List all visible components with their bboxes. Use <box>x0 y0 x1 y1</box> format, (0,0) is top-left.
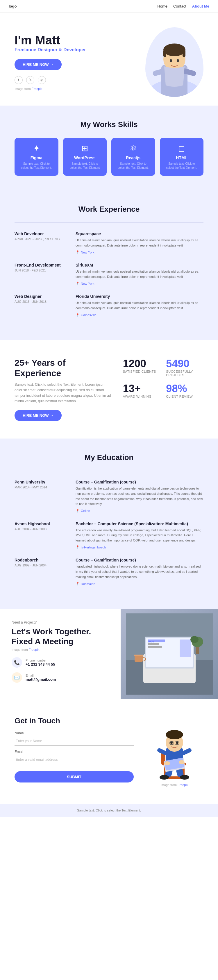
navigation: logo Home Contact About Me <box>0 0 218 13</box>
edu-pin-icon-3: 📍 <box>75 582 80 585</box>
skill-desc-react: Sample text. Click to select the Text El… <box>116 162 151 170</box>
edu-right-3: Course – Gamification (course) I graduat… <box>75 558 204 585</box>
cta-image-credit-link[interactable]: Freepik <box>29 648 40 651</box>
work-company-3: Florida University <box>75 294 204 299</box>
name-input[interactable] <box>14 737 134 746</box>
work-date-3: AUG 2016 - JUN 2018 <box>14 300 67 303</box>
hero-image <box>145 27 204 97</box>
stats-desc: Sample text. Click to select the Text El… <box>14 382 111 404</box>
skill-name-react: Reactjs <box>116 156 151 160</box>
phone-value: +1 232 343 44 55 <box>26 662 55 667</box>
contact-form-section: Get in Touch Name Email SUBMIT <box>0 699 218 804</box>
email-icon: ✉️ <box>14 675 20 680</box>
nav-links: Home Contact About Me <box>157 4 209 8</box>
social-icons: f 𝕏 ◎ <box>14 76 136 84</box>
form-person-illustration <box>148 716 200 781</box>
hero-cta-button[interactable]: HIRE ME NOW → <box>14 59 62 70</box>
nav-link-about[interactable]: About Me <box>192 4 209 8</box>
svg-rect-5 <box>183 50 186 57</box>
email-label: Email <box>26 674 56 677</box>
stat-projects-label: SUCCESSFULLY PROJECTS <box>166 370 204 377</box>
figma-icon: ✦ <box>19 143 54 153</box>
stat-projects: 5490 SUCCESSFULLY PROJECTS <box>166 358 204 377</box>
edu-right-2: Bachelor – Computer Science (Specializat… <box>75 522 204 549</box>
edu-school-3: Rodenborch <box>14 558 67 562</box>
edu-left-3: Rodenborch AUG 1999 - JUN 2004 <box>14 558 67 585</box>
cta-placeholder: LOGO <box>121 609 218 699</box>
nav-link-home[interactable]: Home <box>157 4 167 8</box>
twitter-x-icon[interactable]: 𝕏 <box>26 76 34 84</box>
skill-card-html: ◻ HTML Sample text. Click to select the … <box>160 138 204 176</box>
skill-name-html: HTML <box>165 156 199 160</box>
work-left-2: Front-End Development JUN 2018 - FEB 202… <box>14 263 67 285</box>
hero-image-credit-link[interactable]: Freepik <box>32 87 42 91</box>
skills-title: My Works Skills <box>14 120 204 129</box>
svg-point-21 <box>191 636 199 643</box>
edu-desc-3: I graduated highschool, where I enjoyed … <box>75 564 204 579</box>
location-pin-icon-3: 📍 <box>75 313 80 317</box>
edu-item-3: Rodenborch AUG 1999 - JUN 2004 Course – … <box>14 558 204 585</box>
hero-subtitle: Freelance Designer & Developer <box>14 47 136 52</box>
skill-desc-html: Sample text. Click to select the Text El… <box>165 162 199 170</box>
edu-left-1: Penn University MAR 2014 - MAY 2014 <box>14 480 67 512</box>
work-role-3: Web Designer <box>14 294 67 299</box>
stats-hire-button[interactable]: HIRE ME NOW → <box>14 410 62 421</box>
work-company-2: SiriusXM <box>75 263 204 267</box>
edu-location-1: 📍 Online <box>75 509 204 513</box>
work-role-2: Front-End Development <box>14 263 67 267</box>
work-desc-3: Ut enim ad minim veniam, quis nostrud ex… <box>75 301 204 310</box>
work-date-1: APRIL 2021 - 2023 (PRESENT) <box>14 237 67 241</box>
skill-desc-figma: Sample text. Click to select the Text El… <box>19 162 54 170</box>
work-company-1: Squarespace <box>75 231 204 236</box>
phone-icon-wrap: 📞 <box>12 657 22 668</box>
html-icon: ◻ <box>165 143 199 153</box>
skill-desc-wordpress: Sample text. Click to select the Text El… <box>68 162 102 170</box>
stat-clients-number: 1200 <box>123 358 160 370</box>
stat-awards: 13+ AWARD WINNING <box>123 383 160 398</box>
wordpress-icon: ⊞ <box>68 143 102 153</box>
stat-awards-number: 13+ <box>123 383 160 395</box>
work-item-1: Web Developer APRIL 2021 - 2023 (PRESENT… <box>14 231 204 254</box>
cta-tag: Need a Project? <box>12 620 109 624</box>
svg-rect-23 <box>134 655 143 656</box>
nav-link-contact[interactable]: Contact <box>173 4 186 8</box>
work-item-2: Front-End Development JUN 2018 - FEB 202… <box>14 263 204 285</box>
skill-name-figma: Figma <box>19 156 54 160</box>
svg-rect-16 <box>147 643 159 645</box>
stat-review-label: CLIENT REVIEW <box>166 395 204 398</box>
email-icon-wrap: ✉️ <box>12 672 22 683</box>
email-input[interactable] <box>14 755 134 764</box>
form-image-credit-link[interactable]: Freepik <box>178 783 188 787</box>
svg-rect-18 <box>180 640 191 657</box>
cta-image-credit: Image from Freepik <box>12 648 109 651</box>
edu-item-1: Penn University MAR 2014 - MAY 2014 Cour… <box>14 480 204 512</box>
email-field-group: Email <box>14 750 134 764</box>
work-location-1: 📍 New York <box>75 250 204 254</box>
edu-date-3: AUG 1999 - JUN 2004 <box>14 563 67 567</box>
instagram-icon[interactable]: ◎ <box>38 76 46 84</box>
facebook-icon[interactable]: f <box>14 76 22 84</box>
cta-title: Let's Work Together. Fixed A Meeting <box>12 627 109 646</box>
edu-school-2: Avans Highschool <box>14 522 67 526</box>
form-email-label: Email <box>14 750 134 754</box>
stat-review: 98% CLIENT REVIEW <box>166 383 204 398</box>
edu-date-1: MAR 2014 - MAY 2014 <box>14 485 67 489</box>
work-left-1: Web Developer APRIL 2021 - 2023 (PRESENT… <box>14 231 67 254</box>
education-divider <box>14 471 204 471</box>
svg-point-3 <box>164 43 186 56</box>
hero-heading: I'm Matt <box>14 33 136 47</box>
work-desc-1: Ut enim ad minim veniam, quis nostrud ex… <box>75 238 204 248</box>
work-location-2: 📍 New York <box>75 282 204 285</box>
submit-button[interactable]: SUBMIT <box>14 771 134 783</box>
cta-image: LOGO <box>121 609 218 699</box>
contact-email-details: Email matt@gmail.com <box>26 674 56 682</box>
footer: Sample text. Click to select the Text El… <box>0 804 218 817</box>
location-pin-icon-2: 📍 <box>75 282 80 285</box>
education-title: My Education <box>14 453 204 462</box>
svg-point-47 <box>164 761 170 765</box>
edu-pin-icon-1: 📍 <box>75 509 80 513</box>
contact-email-item: ✉️ Email matt@gmail.com <box>12 672 109 683</box>
skill-name-wordpress: WordPress <box>68 156 102 160</box>
contact-phone-item: 📞 Phone number +1 232 343 44 55 <box>12 657 109 668</box>
phone-label: Phone number <box>26 659 55 662</box>
